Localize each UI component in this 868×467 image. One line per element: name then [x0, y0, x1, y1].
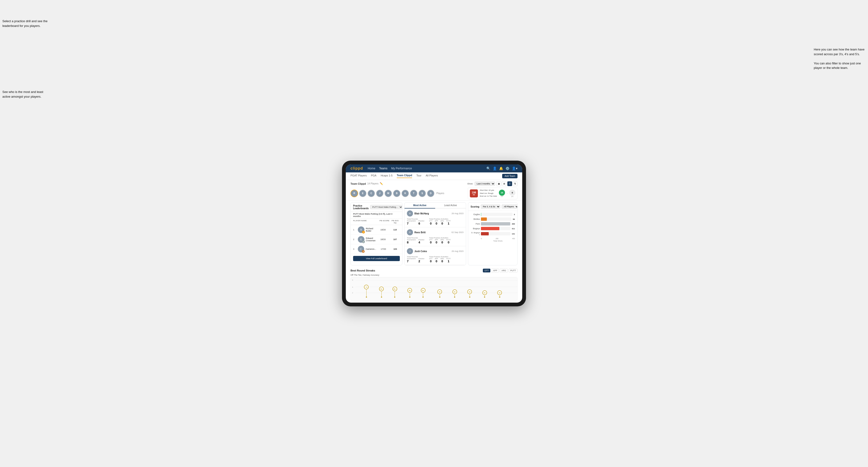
streak-pin-1: 7x: [364, 285, 369, 298]
team-controls: Show: Last 3 months ▦ ⊞ ☰ ⇅: [467, 181, 518, 186]
scoring-par-filter[interactable]: Par 3, 4 & 5s: [481, 205, 500, 209]
view-grid2-btn[interactable]: ⊞: [502, 181, 507, 186]
avatar-1[interactable]: R: [350, 190, 358, 197]
streak-dot-9: [484, 297, 485, 298]
streaks-header: Best Round Streaks OTT APP ARG PUTT: [350, 267, 518, 274]
avatar-4[interactable]: J: [376, 190, 383, 197]
streak-filter-putt[interactable]: PUTT: [509, 269, 518, 272]
streak-dot-3: [394, 297, 395, 298]
bar-track-pars: [481, 222, 510, 225]
streak-dot-6: [439, 297, 440, 298]
nav-link-teams[interactable]: Teams: [379, 167, 387, 170]
sub-nav-pga[interactable]: PGA: [371, 174, 376, 178]
streak-circle-4: 5x: [407, 288, 412, 293]
streak-filter-arg[interactable]: ARG: [500, 269, 508, 272]
medal-gold: 1: [362, 231, 365, 234]
streak-dot-8: [469, 297, 470, 298]
streak-pin-10: 3x: [497, 290, 502, 298]
table-header: PLAYER NAME PB SCORE PB AVG SQ: [351, 219, 402, 225]
streak-line-6: [440, 294, 440, 297]
scoring-header: Scoring Par 3, 4 & 5s All Players: [468, 203, 517, 211]
view-grid-btn[interactable]: ▦: [497, 181, 501, 186]
streak-pin-8: 4x: [467, 289, 472, 298]
avatar-7[interactable]: K: [401, 190, 409, 197]
sub-nav-pgat[interactable]: PGAT Players: [350, 174, 367, 178]
streak-pin-5: 5x: [421, 288, 426, 298]
view-filter-btn[interactable]: ⇅: [513, 181, 518, 186]
pa-header-1: B Blair McHarg 26 Aug 2023: [407, 210, 464, 217]
nav-link-home[interactable]: Home: [368, 167, 375, 170]
streak-circle-7: 4x: [453, 289, 457, 294]
search-icon[interactable]: 🔍: [486, 166, 490, 170]
medal-silver: 2: [362, 240, 365, 243]
streak-line-4: [410, 293, 410, 297]
sub-nav-team-clippd[interactable]: Team Clippd: [397, 174, 412, 178]
nav-link-performance[interactable]: My Performance: [391, 167, 412, 170]
streak-line-2: [381, 291, 382, 297]
tab-least-active[interactable]: Least Active: [435, 203, 466, 209]
streak-pin-3: 6x: [393, 286, 397, 298]
leaderboard-title: Practice Leaderboards: [353, 205, 369, 210]
streak-circle-2: 6x: [379, 286, 384, 291]
shot-yds-right: 0: [509, 190, 516, 196]
medal-bronze: 3: [362, 250, 365, 253]
team-player-count: 14 Players: [367, 182, 378, 185]
streaks-title: Best Round Streaks: [350, 269, 375, 272]
sub-nav-hcaps[interactable]: Hcaps 1-5: [381, 174, 393, 178]
streaks-subtitle: Off The Tee, Fairway Accuracy: [350, 274, 518, 276]
avatar-2[interactable]: E: [359, 190, 367, 197]
bar-track-bogeys: [481, 227, 510, 230]
pa-header-2: R Rees Britt 02 Sep 2023: [407, 229, 464, 236]
streak-circle-1: 7x: [364, 285, 369, 289]
leaderboard-header: Practice Leaderboards PUTT Must Make Put…: [351, 203, 402, 212]
avatar-5[interactable]: M: [384, 190, 392, 197]
streaks-filter-group: OTT APP ARG PUTT: [483, 269, 518, 272]
view-full-leaderboard-button[interactable]: View Full Leaderboard: [353, 256, 400, 261]
avatar-6[interactable]: B: [393, 190, 401, 197]
sub-nav: PGAT Players PGA Hcaps 1-5 Team Clippd T…: [346, 173, 522, 180]
bar-fill-pars: [481, 222, 510, 225]
add-team-button[interactable]: Add Team: [502, 174, 518, 178]
streak-dot-7: [454, 297, 455, 298]
avatar-icon[interactable]: 👤▾: [512, 166, 518, 170]
streak-circle-9: 3x: [483, 290, 487, 295]
show-select[interactable]: Last 3 months: [474, 182, 495, 186]
streak-line-1: [366, 289, 367, 297]
user-icon[interactable]: 👤: [493, 166, 497, 170]
view-icons: ▦ ⊞ ☰ ⇅: [497, 181, 518, 186]
avatar-8[interactable]: T: [410, 190, 417, 197]
annotation-right: Here you can see how the team have score…: [814, 47, 866, 70]
avatar-10[interactable]: D: [427, 190, 434, 197]
view-list-btn[interactable]: ☰: [507, 181, 512, 186]
sub-nav-all-players[interactable]: All Players: [426, 174, 438, 178]
nav-logo: clippd: [350, 166, 363, 170]
streak-circle-10: 3x: [497, 290, 502, 295]
settings-icon[interactable]: ⚙️: [505, 166, 509, 170]
streak-dot-1: [366, 297, 367, 298]
edit-icon[interactable]: ✏️: [380, 182, 383, 185]
tab-most-active[interactable]: Most Active: [404, 203, 435, 209]
shot-yds-left: 16: [499, 190, 505, 196]
player-activity-2: R Rees Britt 02 Sep 2023 Total Rounds To…: [404, 227, 466, 246]
bar-row-birdies: Birdies 96: [470, 217, 515, 221]
streak-dot-2: [381, 297, 382, 298]
drill-select[interactable]: PUTT Must Make Putting...: [370, 205, 402, 209]
bell-icon[interactable]: 🔔: [499, 166, 503, 170]
table-row: 1 R 1 Richard Butler 19/20 110: [351, 225, 402, 235]
avatar-3[interactable]: C: [368, 190, 375, 197]
streak-line-7: [455, 294, 455, 297]
avatar-9[interactable]: S: [418, 190, 426, 197]
y-axis-label-3: 2: [352, 292, 353, 294]
streak-circle-8: 4x: [467, 289, 472, 294]
players-label: Players: [436, 192, 444, 195]
scoring-players-filter[interactable]: All Players: [502, 205, 518, 209]
active-tabs: Most Active Least Active: [404, 203, 466, 209]
show-label: Show:: [467, 183, 473, 185]
player-activity-1: B Blair McHarg 26 Aug 2023 Total Rounds …: [404, 209, 466, 227]
team-header: Team Clippd 14 Players ✏️ Show: Last 3 m…: [346, 180, 522, 187]
pa-avatar-2: R: [407, 229, 413, 236]
sub-nav-tour[interactable]: Tour: [416, 174, 421, 178]
streak-filter-ott[interactable]: OTT: [483, 269, 490, 272]
avatars-section: R E C J M B K T S D Players 198 SG Shot …: [346, 187, 522, 200]
streak-filter-app[interactable]: APP: [491, 269, 499, 272]
